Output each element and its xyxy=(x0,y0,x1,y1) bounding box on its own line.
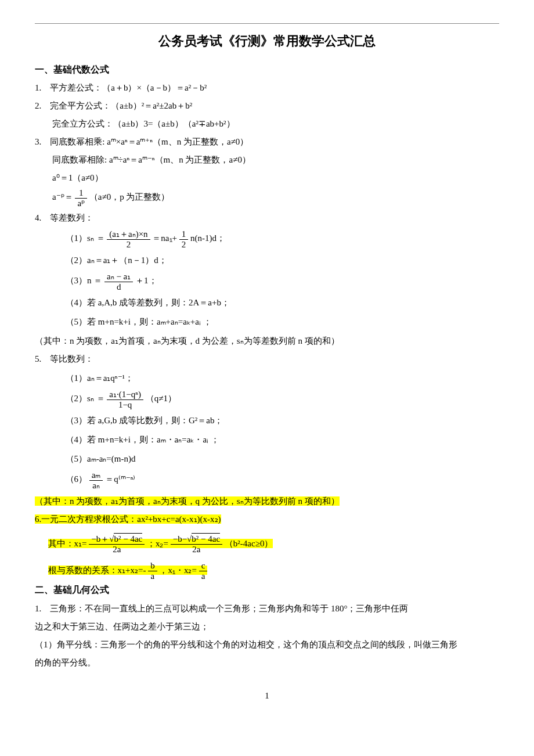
formula-2a: 2. 完全平方公式：（a±b）²＝a²±2ab＋b² xyxy=(35,98,499,114)
formula-3a: 3. 同底数幂相乘: aᵐ×aⁿ＝aᵐ⁺ⁿ（m、n 为正整数，a≠0） xyxy=(35,134,499,150)
section-1-head: 一、基础代数公式 xyxy=(35,62,499,78)
formula-6: 6.一元二次方程求根公式：ax²+bx+c=a(x-x₁)(x-x₂) xyxy=(35,512,499,527)
page-number: 1 xyxy=(35,688,499,704)
geo-1a: 1. 三角形：不在同一直线上的三点可以构成一个三角形；三角形内角和等于 180°… xyxy=(35,601,499,617)
formula-4-4: （4）若 a,A,b 成等差数列，则：2A＝a+b； xyxy=(35,295,499,311)
top-divider xyxy=(35,23,499,24)
formula-5-4: （4）若 m+n=k+i，则：aₘ・aₙ=aₖ・aᵢ ； xyxy=(35,432,499,448)
section-2-head: 二、基础几何公式 xyxy=(35,582,499,599)
formula-5-6: （6） aₘ aₙ ＝q⁽ᵐ⁻ⁿ⁾ xyxy=(35,470,499,490)
formula-3d-post: （a≠0，p 为正整数） xyxy=(89,193,170,202)
formula-3d: a⁻ᵖ＝ 1 aᵖ （a≠0，p 为正整数） xyxy=(35,188,499,208)
formula-5-1: （1）aₙ＝a₁qⁿ⁻¹； xyxy=(35,370,499,386)
formula-2b: 完全立方公式：（a±b）3=（a±b）（a²∓ab+b²） xyxy=(35,116,499,132)
formula-4-note: （其中：n 为项数，a₁为首项，aₙ为末项，d 为公差，sₙ为等差数列前 n 项… xyxy=(35,333,499,349)
geo-1b: 边之和大于第三边、任两边之差小于第三边； xyxy=(35,619,499,635)
formula-5-3: （3）若 a,G,b 成等比数列，则：G²＝ab； xyxy=(35,413,499,429)
formula-5-2: （2）sₙ ＝ a₁·(1−qⁿ) 1−q （q≠1） xyxy=(35,390,499,409)
formula-5-note: （其中：n 为项数，a₁为首项，aₙ为末项，q 为公比，sₙ为等比数列前 n 项… xyxy=(35,494,499,509)
formula-4-5: （5）若 m+n=k+i，则：aₘ+aₙ=aₖ+aᵢ ； xyxy=(35,314,499,330)
formula-3b: 同底数幂相除: aᵐ÷aⁿ＝aᵐ⁻ⁿ（m、n 为正整数，a≠0） xyxy=(35,152,499,168)
formula-4-3: （3）n ＝ aₙ − a₁ d ＋1； xyxy=(35,272,499,291)
formula-6-relation: 根与系数的关系：x₁+x₂=- b a ，x₁・x₂= c a xyxy=(35,561,499,581)
document-title: 公务员考试《行测》常用数学公式汇总 xyxy=(35,30,499,53)
formula-3d-pre: a⁻ᵖ＝ xyxy=(35,193,73,202)
formula-4: 4. 等差数列： xyxy=(35,210,499,226)
formula-4-1: （1）sₙ ＝ (a₁＋aₙ)×n 2 ＝na₁+ 1 2 n(n-1)d； xyxy=(35,229,499,249)
formula-5: 5. 等比数列： xyxy=(35,351,499,367)
geo-1c: （1）角平分线：三角形一个的角的平分线和这个角的对边相交，这个角的顶点和交点之间… xyxy=(35,637,499,653)
formula-3d-frac: 1 aᵖ xyxy=(75,188,87,208)
geo-1d: 的角的平分线。 xyxy=(35,655,499,671)
formula-5-5: （5）aₘ-aₙ=(m-n)d xyxy=(35,451,499,467)
formula-6-roots: 其中：x₁= −b＋√b² − 4ac 2a ；x₂= −b−√b² − 4ac… xyxy=(35,534,499,554)
formula-1: 1. 平方差公式：（a＋b）×（a－b）＝a²－b² xyxy=(35,80,499,96)
formula-3c: a⁰＝1（a≠0） xyxy=(35,170,499,186)
formula-4-2: （2）aₙ＝a₁＋（n－1）d； xyxy=(35,253,499,268)
